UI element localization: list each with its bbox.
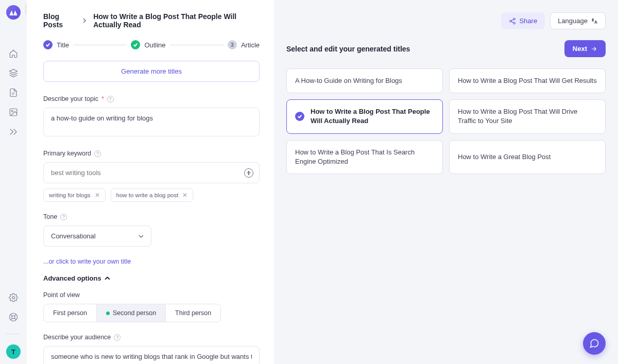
help-icon[interactable]: ?	[107, 96, 114, 102]
wizard-stepper: Title Outline 3 Article	[43, 40, 260, 49]
fast-forward-icon[interactable]	[7, 126, 20, 138]
topic-input[interactable]: a how-to guide on writing for blogs	[43, 108, 260, 136]
settings-icon[interactable]	[7, 291, 20, 304]
chevron-down-icon	[139, 234, 144, 239]
title-card[interactable]: How to Write a Blog Post That Will Drive…	[449, 99, 606, 133]
breadcrumb-current: How to Write a Blog Post That People Wil…	[93, 12, 260, 29]
keyword-tag[interactable]: writing for blogs✕	[43, 188, 106, 202]
language-button[interactable]: Language	[550, 12, 606, 29]
title-card[interactable]: How to Write a Blog Post That Is Search …	[286, 140, 443, 174]
layers-icon[interactable]	[7, 67, 20, 79]
add-keyword-button[interactable]	[244, 168, 253, 178]
audience-label: Describe your audience?	[43, 334, 260, 341]
svg-point-4	[12, 316, 15, 319]
next-button[interactable]: Next	[564, 40, 606, 57]
sidebar: T	[0, 0, 27, 364]
app-logo[interactable]	[6, 5, 21, 20]
user-avatar[interactable]: T	[6, 344, 21, 359]
active-dot-icon	[106, 311, 110, 315]
share-icon	[509, 18, 516, 25]
step-label: Outline	[144, 41, 165, 49]
results-panel: Share Language Select and edit your gene…	[274, 0, 618, 364]
svg-point-5	[513, 18, 516, 20]
svg-point-2	[12, 297, 15, 299]
pov-second-person[interactable]: Second person	[97, 304, 166, 322]
step-label: Title	[57, 41, 69, 49]
form-panel: Blog Posts How to Write a Blog Post That…	[27, 0, 274, 364]
remove-tag-icon[interactable]: ✕	[95, 192, 100, 199]
step-outline[interactable]: Outline	[131, 40, 165, 49]
image-icon[interactable]	[7, 106, 20, 118]
write-own-title-link[interactable]: ...or click to write your own title	[43, 258, 260, 265]
document-icon[interactable]	[7, 86, 20, 99]
translate-icon	[591, 18, 598, 25]
breadcrumb-parent[interactable]: Blog Posts	[43, 12, 76, 29]
help-icon[interactable]	[7, 311, 20, 323]
check-icon	[295, 112, 304, 121]
share-button[interactable]: Share	[501, 12, 545, 29]
tone-label: Tone?	[43, 213, 260, 220]
help-icon[interactable]: ?	[94, 150, 101, 157]
tone-select[interactable]: Conversational	[43, 226, 151, 247]
step-label: Article	[241, 41, 260, 49]
audience-input[interactable]	[43, 346, 260, 364]
arrow-right-icon	[590, 45, 597, 53]
pov-segmented: First person Second person Third person	[43, 304, 221, 322]
generate-more-titles-button[interactable]: Generate more titles	[43, 61, 260, 82]
svg-point-6	[510, 20, 512, 22]
pov-third-person[interactable]: Third person	[166, 304, 220, 322]
home-icon[interactable]	[7, 47, 20, 60]
pov-first-person[interactable]: First person	[44, 304, 97, 322]
chevron-up-icon	[105, 275, 110, 281]
remove-tag-icon[interactable]: ✕	[182, 192, 187, 199]
help-icon[interactable]: ?	[114, 334, 121, 341]
results-heading: Select and edit your generated titles	[286, 45, 410, 53]
breadcrumb: Blog Posts How to Write a Blog Post That…	[43, 12, 260, 29]
title-card[interactable]: How to Write a Great Blog Post	[449, 140, 606, 174]
title-card-selected[interactable]: How to Write a Blog Post That People Wil…	[286, 99, 443, 133]
svg-point-1	[11, 110, 13, 112]
titles-grid: A How-to Guide on Writing for Blogs How …	[286, 68, 606, 174]
keyword-label: Primary keyword?	[43, 150, 260, 157]
help-icon[interactable]: ?	[60, 214, 67, 220]
topic-label: Describe your topic*?	[43, 95, 260, 102]
title-card[interactable]: A How-to Guide on Writing for Blogs	[286, 68, 443, 93]
advanced-options-toggle[interactable]: Advanced options	[43, 274, 260, 282]
keyword-tags: writing for blogs✕ how to write a blog p…	[43, 188, 260, 202]
keyword-tag[interactable]: how to write a blog post✕	[111, 188, 194, 202]
chat-fab[interactable]	[583, 332, 606, 355]
keyword-input[interactable]	[43, 162, 260, 183]
svg-point-7	[513, 22, 516, 24]
pov-label: Point of view	[43, 291, 260, 299]
chevron-right-icon	[82, 16, 87, 25]
step-article[interactable]: 3 Article	[228, 40, 260, 49]
step-title[interactable]: Title	[43, 40, 69, 49]
chat-icon	[589, 338, 599, 349]
title-card[interactable]: How to Write a Blog Post That Will Get R…	[449, 68, 606, 93]
